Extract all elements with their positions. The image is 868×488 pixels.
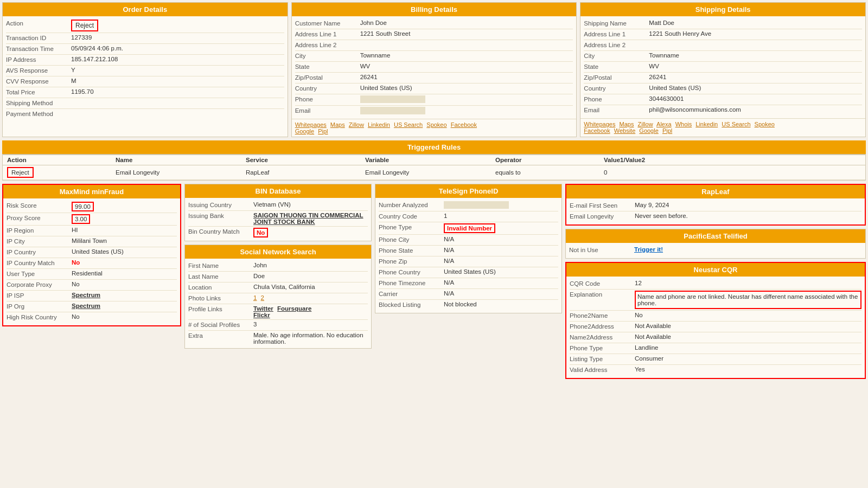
photo-link-2[interactable]: 2 <box>261 294 264 301</box>
link-billing-pipl[interactable]: Pipl <box>318 128 328 134</box>
value-billing-zip: 26241 <box>360 74 573 80</box>
value-ip-country-match: No <box>72 259 177 266</box>
telesign-panel: TeleSign PhoneID Number Analyzed Country… <box>375 184 562 313</box>
col-operator: Operator <box>491 155 599 165</box>
value-shipping-phone: 3044630001 <box>649 95 862 102</box>
value-ip-org[interactable]: Spectrum <box>72 303 177 309</box>
link-shipping-whitepages[interactable]: Whitepages <box>584 121 615 127</box>
value-location: Chula Vista, California <box>253 284 368 290</box>
action-reject-box: Reject <box>71 20 98 31</box>
value-billing-address1: 1221 South Street <box>360 30 573 37</box>
field-email-longevity: Email Longevity Never seen before. <box>570 211 861 222</box>
field-avs-response: AVS Response Y <box>6 66 284 76</box>
link-shipping-alexa[interactable]: Alexa <box>656 121 672 127</box>
field-country-code: Country Code 1 <box>379 211 558 222</box>
field-first-name: First Name John <box>188 261 368 272</box>
link-shipping-spokeo[interactable]: Spokeo <box>755 121 775 127</box>
label-blocked-listing: Blocked Listing <box>379 301 444 308</box>
field-extra: Extra Male. No age information. No educa… <box>188 331 368 346</box>
link-billing-maps[interactable]: Maps <box>330 121 345 128</box>
field-number-analyzed: Number Analyzed <box>379 200 558 211</box>
value-billing-email <box>360 107 573 115</box>
link-shipping-maps[interactable]: Maps <box>620 121 634 127</box>
col-action: Action <box>3 155 111 165</box>
label-ip-region: IP Region <box>7 227 72 234</box>
social-panel: Social Network Search First Name John La… <box>184 245 372 349</box>
value-issuing-bank[interactable]: SAIGON THUONG TIN COMMERCIAL JOINT STOCK… <box>253 212 368 225</box>
link-shipping-google[interactable]: Google <box>639 127 658 134</box>
value-shipping-zip: 26241 <box>649 74 862 80</box>
value-blocked-listing: Not blocked <box>444 301 558 307</box>
label-explanation: Explanation <box>570 291 635 298</box>
telesign-header: TeleSign PhoneID <box>375 184 561 198</box>
link-shipping-facebook[interactable]: Facebook <box>584 127 610 134</box>
field-phone-zip: Phone Zip N/A <box>379 256 558 267</box>
link-shipping-ussearch[interactable]: US Search <box>722 121 750 127</box>
field-listing-type: Listing Type Consumer <box>570 354 861 365</box>
label-phone-type: Phone Type <box>379 223 444 230</box>
field-phone2name: Phone2Name No <box>570 311 861 322</box>
value-billing-state: WV <box>360 63 573 69</box>
link-billing-linkedin[interactable]: Linkedin <box>368 121 390 128</box>
photo-link-1[interactable]: 1 <box>253 294 257 301</box>
field-billing-address2: Address Line 2 <box>295 40 573 51</box>
link-shipping-zillow[interactable]: Zillow <box>637 121 653 127</box>
label-ip-address: IP Address <box>6 56 71 63</box>
link-billing-google[interactable]: Google <box>295 128 314 134</box>
billing-details-body: Customer Name John Doe Address Line 1 12… <box>292 16 577 119</box>
label-phone-country: Phone Country <box>379 268 444 275</box>
label-not-in-use: Not in Use <box>569 246 634 253</box>
value-social-profiles: 3 <box>253 321 368 328</box>
link-billing-whitepages[interactable]: Whitepages <box>295 121 327 128</box>
field-photo-links: Photo Links 1 2 <box>188 293 368 304</box>
triggered-rules-section: Triggered Rules Action Name Service Vari… <box>2 140 866 181</box>
maxmind-panel: MaxMind minFraud Risk Score 99.00 Proxy … <box>2 184 181 326</box>
field-shipping-address2: Address Line 2 <box>584 40 862 51</box>
field-email-first-seen: E-mail First Seen May 9, 2024 <box>570 201 861 211</box>
triggered-rules-header: Triggered Rules <box>2 140 866 154</box>
field-profile-links: Profile Links Twitter Foursquare Flickr <box>188 304 368 320</box>
link-shipping-whois[interactable]: Whois <box>675 121 692 127</box>
profile-link-flickr[interactable]: Flickr <box>253 312 270 318</box>
link-shipping-website[interactable]: Website <box>614 127 636 134</box>
col-service: Service <box>241 155 361 165</box>
label-shipping-country: Country <box>584 85 649 92</box>
link-billing-spokeo[interactable]: Spokeo <box>426 121 446 128</box>
billing-links: Whitepages Maps Zillow Linkedin US Searc… <box>292 119 577 137</box>
field-phone-state: Phone State N/A <box>379 246 558 256</box>
label-shipping-email: Email <box>584 106 649 113</box>
value-last-name: Doe <box>253 273 368 279</box>
phone-type-highlight: Invalid Number <box>444 223 495 233</box>
value-email-first-seen: May 9, 2024 <box>635 202 861 208</box>
value-ip-city: Mililani Town <box>72 237 177 244</box>
profile-link-foursquare[interactable]: Foursquare <box>277 305 311 312</box>
value-ip-isp[interactable]: Spectrum <box>72 292 177 298</box>
rule-value: 0 <box>599 165 865 180</box>
label-neustar-phone-type: Phone Type <box>570 344 635 351</box>
pacificeast-header: PacificEast Telified <box>566 229 865 243</box>
col-bin-social: BIN Database Issuing Country Vietnam (VN… <box>184 184 372 379</box>
field-shipping-phone: Phone 3044630001 <box>584 94 862 105</box>
value-shipping-address1: 1221 South Henry Ave <box>649 30 862 37</box>
col-rapleaf-neustar: RapLeaf E-mail First Seen May 9, 2024 Em… <box>565 184 866 379</box>
label-cvv-response: CVV Response <box>6 78 71 85</box>
field-billing-state: State WV <box>295 62 573 73</box>
link-shipping-linkedin[interactable]: Linkedin <box>695 121 718 127</box>
field-shipping-name: Shipping Name Matt Doe <box>584 18 862 29</box>
value-trigger-it[interactable]: Trigger it! <box>634 246 862 253</box>
field-social-profiles: # of Social Profiles 3 <box>188 320 368 331</box>
link-billing-ussearch[interactable]: US Search <box>394 121 423 128</box>
link-shipping-pipl[interactable]: Pipl <box>662 127 672 134</box>
field-ip-country-match: IP Country Match No <box>7 258 177 269</box>
label-billing-phone: Phone <box>295 95 360 102</box>
label-corporate-proxy: Corporate Proxy <box>7 281 72 288</box>
label-billing-email: Email <box>295 107 360 114</box>
shipping-links: Whitepages Maps Zillow Alexa Whois Linke… <box>580 118 865 136</box>
link-billing-facebook[interactable]: Facebook <box>451 121 477 128</box>
label-shipping-name: Shipping Name <box>584 20 649 27</box>
profile-link-twitter[interactable]: Twitter <box>253 305 273 312</box>
label-billing-zip: Zip/Postal <box>295 74 360 81</box>
link-billing-zillow[interactable]: Zillow <box>349 121 364 128</box>
field-billing-city: City Townname <box>295 51 573 62</box>
field-total-price: Total Price 1195.70 <box>6 87 284 98</box>
